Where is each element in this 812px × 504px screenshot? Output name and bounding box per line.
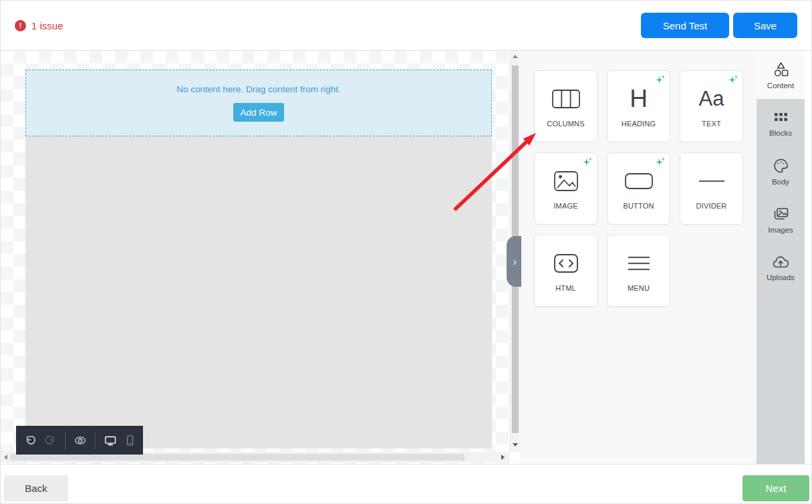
back-button[interactable]: Back	[4, 475, 68, 501]
canvas-toolbar	[16, 426, 143, 455]
tab-body[interactable]: Body	[757, 147, 805, 195]
html-icon	[553, 250, 579, 277]
menu-icon	[626, 250, 652, 277]
toolbar-divider	[65, 432, 65, 449]
images-icon	[772, 205, 790, 223]
tab-label: Images	[768, 226, 793, 234]
block-label: HEADING	[622, 120, 656, 128]
block-card[interactable]: IMAGE	[534, 152, 597, 225]
block-label: DIVIDER	[696, 202, 726, 210]
button-icon	[624, 168, 654, 195]
bottom-bar: Back Next	[1, 464, 811, 503]
tab-label: Content	[767, 82, 794, 90]
empty-drop-zone[interactable]: No content here. Drag content from right…	[25, 70, 492, 136]
email-editor-window: ! 1 issue Send Test Save No content here…	[0, 0, 812, 504]
email-body-area[interactable]	[25, 136, 492, 449]
empty-message: No content here. Drag content from right…	[176, 84, 340, 94]
send-test-button[interactable]: Send Test	[641, 13, 729, 38]
block-card[interactable]: BUTTON	[607, 152, 670, 225]
upload-cloud-icon	[771, 254, 790, 270]
collapse-panel-handle[interactable]: ›	[507, 236, 521, 287]
scroll-right-arrow[interactable]	[501, 455, 505, 460]
image-icon	[553, 168, 579, 195]
tab-images[interactable]: Images	[757, 195, 805, 243]
add-row-button[interactable]: Add Row	[233, 103, 284, 122]
columns-icon	[551, 86, 581, 112]
ai-sparkle-icon	[583, 156, 593, 166]
preview-eye-icon[interactable]	[74, 434, 87, 447]
ai-sparkle-icon	[728, 74, 738, 84]
tab-label: Uploads	[767, 273, 795, 281]
horizontal-scrollbar-thumb[interactable]	[10, 454, 464, 461]
redo-icon[interactable]	[44, 434, 56, 447]
save-button[interactable]: Save	[733, 13, 797, 38]
next-button[interactable]: Next	[742, 475, 809, 501]
tab-uploads[interactable]: Uploads	[757, 243, 805, 291]
undo-icon[interactable]	[24, 434, 36, 447]
tab-content[interactable]: Content	[757, 51, 805, 99]
block-label: HTML	[555, 284, 576, 292]
block-card[interactable]: Aa TEXT	[680, 70, 743, 142]
header-actions: Send Test Save	[641, 13, 797, 38]
main-area: No content here. Drag content from right…	[1, 51, 811, 465]
desktop-view-icon[interactable]	[104, 434, 117, 447]
tab-blocks[interactable]: Blocks	[757, 99, 805, 147]
tab-label: Blocks	[769, 129, 792, 137]
tab-label: Body	[772, 178, 789, 186]
block-label: COLUMNS	[547, 120, 584, 128]
block-label: BUTTON	[623, 202, 654, 210]
block-card[interactable]: DIVIDER	[680, 152, 743, 225]
scroll-left-arrow[interactable]	[4, 455, 7, 460]
toolbar-divider	[95, 432, 96, 449]
mobile-view-icon[interactable]	[125, 434, 135, 447]
issue-count-label: 1 issue	[31, 20, 63, 31]
heading-icon: H	[630, 86, 648, 112]
block-card[interactable]: COLUMNS	[534, 70, 597, 142]
palette-icon	[772, 157, 790, 174]
content-blocks-panel: COLUMNS H HEADING Aa TEXT	[519, 51, 757, 465]
block-label: TEXT	[702, 120, 721, 128]
error-icon: !	[15, 20, 26, 31]
divider-icon	[697, 168, 726, 195]
block-label: IMAGE	[553, 202, 577, 210]
sidebar-tab-strip: Content Blocks Body	[757, 51, 805, 465]
scroll-down-arrow[interactable]	[513, 443, 518, 447]
ai-sparkle-icon	[656, 74, 666, 84]
grid-icon	[772, 110, 790, 126]
top-bar: ! 1 issue Send Test Save	[1, 1, 811, 51]
block-card[interactable]: H HEADING	[607, 70, 670, 142]
chevron-right-icon: ›	[513, 256, 517, 267]
block-card[interactable]: HTML	[534, 235, 597, 307]
shapes-icon	[772, 61, 790, 78]
issue-indicator[interactable]: ! 1 issue	[15, 20, 63, 31]
email-canvas: No content here. Drag content from right…	[1, 51, 510, 465]
block-card[interactable]: MENU	[607, 235, 670, 307]
scroll-up-arrow[interactable]	[513, 55, 518, 58]
block-label: MENU	[628, 284, 650, 292]
ai-sparkle-icon	[656, 156, 666, 166]
text-icon: Aa	[699, 86, 724, 112]
